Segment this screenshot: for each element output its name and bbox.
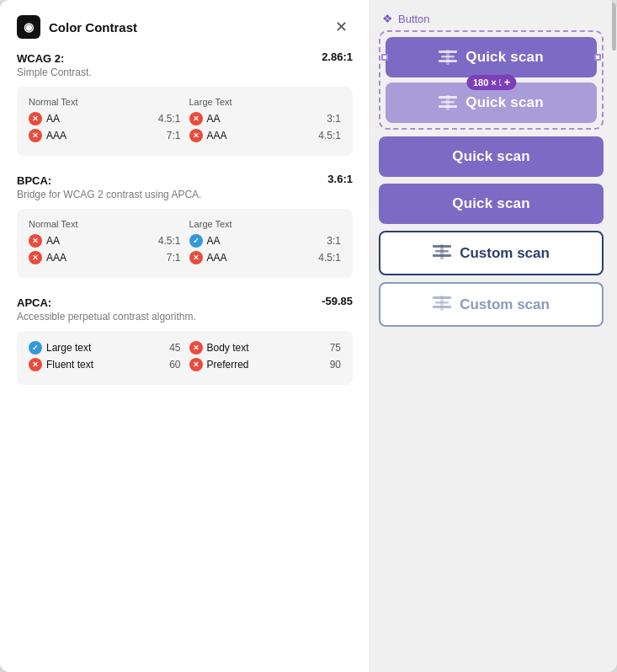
- scan-icon: [439, 95, 457, 110]
- fail-badge: ✕: [189, 112, 203, 125]
- svg-rect-11: [440, 244, 444, 259]
- row-label: Large text: [46, 342, 91, 354]
- quick-scan-label-4: Quick scan: [452, 195, 529, 212]
- row-inner: ✕ AA: [29, 234, 60, 248]
- scrollbar-thumb[interactable]: [612, 0, 616, 51]
- row-inner: ✕ AAA: [189, 129, 227, 142]
- quick-scan-label-1: Quick scan: [465, 49, 543, 66]
- bpca-normal-header: Normal Text: [29, 219, 181, 229]
- row-label: AAA: [207, 130, 227, 141]
- right-panel: ❖ Button: [370, 0, 617, 672]
- row-inner: ✕ Preferred: [189, 358, 249, 371]
- row-label: AAA: [46, 130, 66, 141]
- row-label: AAA: [207, 252, 227, 264]
- apca-row: ✕ Preferred 90: [189, 358, 342, 371]
- close-button[interactable]: ✕: [329, 15, 353, 39]
- apca-row: ✕ Fluent text 60: [29, 358, 181, 371]
- row-value: 3:1: [327, 113, 341, 125]
- table-row: ✓ AA 3:1: [189, 234, 342, 248]
- custom-scan-button-1[interactable]: Custom scan: [379, 231, 604, 275]
- apca-col2: ✕ Body text 75 ✕ Preferred 90: [189, 341, 342, 375]
- row-value: 4.5:1: [318, 130, 341, 141]
- fail-badge: ✕: [189, 129, 203, 142]
- table-row: ✕ AAA 4.5:1: [189, 129, 342, 142]
- first-btn-wrapper: Quick scan: [386, 37, 597, 77]
- row-inner: ✓ Large text: [29, 341, 91, 355]
- quick-scan-button-1[interactable]: Quick scan: [386, 37, 597, 77]
- plus-badge-wrapper: +: [500, 74, 515, 89]
- row-inner: ✕ AAA: [29, 129, 66, 142]
- apca-label: APCA:: [17, 296, 51, 309]
- bpca-cols: Normal Text ✕ AA 4.5:1 ✕ AAA: [29, 219, 341, 268]
- table-row: ✕ AA 4.5:1: [29, 112, 181, 125]
- wcag2-normal-col: Normal Text ✕ AA 4.5:1 ✕ AAA: [29, 97, 181, 146]
- apca-row: ✓ Large text 45: [29, 341, 181, 355]
- wcag2-large-col: Large Text ✕ AA 3:1 ✕ AAA: [189, 97, 342, 146]
- table-row: ✕ AAA 7:1: [29, 129, 181, 142]
- button-component-label: Button: [398, 13, 430, 25]
- fail-badge: ✕: [189, 358, 203, 371]
- row-value: 4.5:1: [318, 252, 341, 264]
- pass-badge: ✓: [189, 234, 203, 248]
- quick-scan-label-3: Quick scan: [452, 148, 529, 165]
- plus-icon: +: [500, 74, 515, 89]
- close-icon: ✕: [335, 18, 348, 36]
- fail-badge: ✕: [189, 251, 203, 264]
- quick-scan-button-4[interactable]: Quick scan: [379, 184, 604, 224]
- wcag2-normal-header: Normal Text: [29, 97, 181, 107]
- title-bar-left: ◉ Color Contrast: [17, 15, 137, 39]
- apca-col1: ✓ Large text 45 ✕ Fluent text 60: [29, 341, 181, 375]
- row-inner: ✕ AAA: [189, 251, 227, 264]
- scrollbar-track[interactable]: [610, 0, 617, 672]
- wcag2-large-header: Large Text: [189, 97, 342, 107]
- diamond-icon: ❖: [382, 12, 393, 25]
- custom-scan-label-2: Custom scan: [460, 296, 550, 313]
- table-row: ✕ AA 4.5:1: [29, 234, 181, 248]
- row-value: 7:1: [167, 252, 181, 264]
- dashed-selection-container: Quick scan 180 × 50 +: [379, 30, 604, 130]
- fail-badge: ✕: [189, 341, 203, 355]
- table-row: ✕ AAA 4.5:1: [189, 251, 342, 264]
- wcag2-header: WCAG 2: 2.86:1: [17, 49, 353, 65]
- main-window: ◉ Color Contrast ✕ WCAG 2: 2.86:1 Simple…: [0, 0, 617, 672]
- scan-icon-custom-2: [433, 296, 451, 313]
- fail-badge: ✕: [29, 112, 42, 125]
- custom-scan-button-2[interactable]: Custom scan: [379, 282, 604, 327]
- row-value: 7:1: [167, 130, 181, 141]
- bpca-large-col: Large Text ✓ AA 3:1 ✕ AAA: [189, 219, 342, 268]
- row-label: AAA: [46, 252, 66, 264]
- panel-content: WCAG 2: 2.86:1 Simple Contrast. Normal T…: [0, 49, 370, 410]
- right-content: ❖ Button: [370, 0, 617, 345]
- row-label: AA: [207, 113, 221, 125]
- bpca-header: BPCA: 3.6:1: [17, 171, 353, 187]
- wcag2-cols: Normal Text ✕ AA 4.5:1 ✕ AAA: [29, 97, 341, 146]
- fail-badge: ✕: [29, 129, 42, 142]
- row-value: 4.5:1: [158, 235, 181, 247]
- row-label: Fluent text: [46, 359, 93, 371]
- row-label: AA: [207, 235, 221, 247]
- wcag2-value: 2.86:1: [322, 51, 353, 63]
- apca-row: ✕ Body text 75: [189, 341, 342, 355]
- apca-desc: Accessible perpetual contrast algorithm.: [17, 311, 353, 323]
- window-title: Color Contrast: [49, 20, 137, 35]
- svg-rect-3: [446, 50, 449, 65]
- bpca-desc: Bridge for WCAG 2 contrast using APCA.: [17, 189, 353, 200]
- custom-scan-label-1: Custom scan: [460, 245, 550, 262]
- row-label: Body text: [207, 342, 249, 354]
- apca-header: APCA: -59.85: [17, 293, 353, 309]
- row-label: AA: [46, 235, 60, 247]
- row-value: 45: [169, 342, 180, 354]
- apca-value: -59.85: [322, 295, 353, 307]
- row-inner: ✓ AA: [189, 234, 221, 248]
- table-row: ✕ AA 3:1: [189, 112, 342, 125]
- row-value: 60: [169, 359, 180, 371]
- row-value: 4.5:1: [158, 113, 181, 125]
- app-icon: ◉: [17, 15, 40, 39]
- wcag2-table: Normal Text ✕ AA 4.5:1 ✕ AAA: [17, 87, 353, 156]
- apca-rows: ✓ Large text 45 ✕ Fluent text 60: [29, 341, 341, 375]
- pass-badge: ✓: [29, 341, 42, 355]
- quick-scan-button-3[interactable]: Quick scan: [379, 136, 604, 177]
- scan-icon: [439, 50, 457, 65]
- selection-handle-right: [594, 54, 601, 61]
- svg-rect-7: [446, 95, 449, 110]
